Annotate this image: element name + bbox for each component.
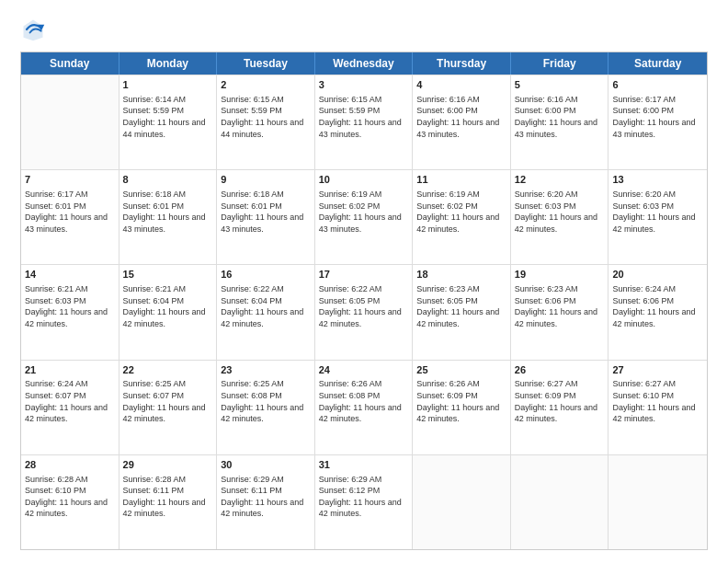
day-number: 20: [612, 268, 703, 282]
calendar-cell: 17Sunrise: 6:22 AMSunset: 6:05 PMDayligh…: [315, 265, 414, 359]
calendar-cell: 30Sunrise: 6:29 AMSunset: 6:11 PMDayligh…: [217, 455, 315, 549]
day-number: 8: [123, 173, 213, 187]
calendar-body: 1Sunrise: 6:14 AMSunset: 5:59 PMDaylight…: [21, 75, 707, 549]
logo-icon: [20, 17, 46, 42]
calendar-cell: 9Sunrise: 6:18 AMSunset: 6:01 PMDaylight…: [217, 170, 315, 264]
day-number: 1: [123, 78, 213, 92]
cell-info: Sunrise: 6:20 AMSunset: 6:03 PMDaylight:…: [612, 189, 703, 235]
day-number: 4: [416, 78, 506, 92]
calendar-cell: 21Sunrise: 6:24 AMSunset: 6:07 PMDayligh…: [21, 361, 119, 454]
calendar-row-4: 28Sunrise: 6:28 AMSunset: 6:10 PMDayligh…: [21, 454, 707, 549]
calendar-cell: 26Sunrise: 6:27 AMSunset: 6:09 PMDayligh…: [511, 361, 609, 454]
cell-info: Sunrise: 6:16 AMSunset: 6:00 PMDaylight:…: [416, 94, 506, 140]
calendar-cell: 19Sunrise: 6:23 AMSunset: 6:06 PMDayligh…: [511, 265, 609, 359]
calendar-cell: 7Sunrise: 6:17 AMSunset: 6:01 PMDaylight…: [21, 170, 119, 264]
calendar-cell: 2Sunrise: 6:15 AMSunset: 5:59 PMDaylight…: [217, 75, 315, 169]
calendar-cell: 18Sunrise: 6:23 AMSunset: 6:05 PMDayligh…: [413, 265, 511, 359]
header: [20, 17, 708, 42]
day-number: 9: [221, 173, 311, 187]
cell-info: Sunrise: 6:27 AMSunset: 6:10 PMDaylight:…: [612, 378, 703, 424]
cell-info: Sunrise: 6:19 AMSunset: 6:02 PMDaylight:…: [416, 189, 506, 235]
logo: [20, 17, 50, 42]
calendar-cell: 25Sunrise: 6:26 AMSunset: 6:09 PMDayligh…: [413, 361, 511, 454]
cell-info: Sunrise: 6:18 AMSunset: 6:01 PMDaylight:…: [221, 189, 311, 235]
cell-info: Sunrise: 6:14 AMSunset: 5:59 PMDaylight:…: [123, 94, 213, 140]
cell-info: Sunrise: 6:22 AMSunset: 6:04 PMDaylight:…: [221, 283, 311, 329]
cell-info: Sunrise: 6:22 AMSunset: 6:05 PMDaylight:…: [319, 283, 409, 329]
header-day-friday: Friday: [511, 52, 609, 75]
calendar-cell: 23Sunrise: 6:25 AMSunset: 6:08 PMDayligh…: [217, 361, 315, 454]
header-day-sunday: Sunday: [21, 52, 119, 75]
header-day-tuesday: Tuesday: [217, 52, 315, 75]
day-number: 2: [221, 78, 311, 92]
cell-info: Sunrise: 6:28 AMSunset: 6:11 PMDaylight:…: [123, 474, 213, 520]
cell-info: Sunrise: 6:25 AMSunset: 6:08 PMDaylight:…: [221, 378, 311, 424]
calendar-cell: 8Sunrise: 6:18 AMSunset: 6:01 PMDaylight…: [119, 170, 218, 264]
day-number: 7: [25, 173, 115, 187]
calendar-cell: 11Sunrise: 6:19 AMSunset: 6:02 PMDayligh…: [413, 170, 511, 264]
cell-info: Sunrise: 6:19 AMSunset: 6:02 PMDaylight:…: [319, 189, 409, 235]
calendar-cell: 22Sunrise: 6:25 AMSunset: 6:07 PMDayligh…: [119, 361, 218, 454]
calendar-cell: 16Sunrise: 6:22 AMSunset: 6:04 PMDayligh…: [217, 265, 315, 359]
day-number: 10: [319, 173, 409, 187]
header-day-monday: Monday: [119, 52, 218, 75]
day-number: 15: [123, 268, 213, 282]
cell-info: Sunrise: 6:27 AMSunset: 6:09 PMDaylight:…: [515, 378, 605, 424]
cell-info: Sunrise: 6:24 AMSunset: 6:07 PMDaylight:…: [25, 378, 115, 424]
cell-info: Sunrise: 6:28 AMSunset: 6:10 PMDaylight:…: [25, 474, 115, 520]
cell-info: Sunrise: 6:17 AMSunset: 6:00 PMDaylight:…: [612, 94, 703, 140]
calendar-cell: [413, 455, 511, 549]
calendar-cell: 31Sunrise: 6:29 AMSunset: 6:12 PMDayligh…: [315, 455, 414, 549]
calendar-cell: 29Sunrise: 6:28 AMSunset: 6:11 PMDayligh…: [119, 455, 218, 549]
cell-info: Sunrise: 6:26 AMSunset: 6:08 PMDaylight:…: [319, 378, 409, 424]
cell-info: Sunrise: 6:29 AMSunset: 6:11 PMDaylight:…: [221, 474, 311, 520]
calendar-cell: 24Sunrise: 6:26 AMSunset: 6:08 PMDayligh…: [315, 361, 414, 454]
cell-info: Sunrise: 6:16 AMSunset: 6:00 PMDaylight:…: [515, 94, 605, 140]
day-number: 12: [515, 173, 605, 187]
cell-info: Sunrise: 6:23 AMSunset: 6:05 PMDaylight:…: [416, 283, 506, 329]
day-number: 30: [221, 458, 311, 472]
cell-info: Sunrise: 6:24 AMSunset: 6:06 PMDaylight:…: [612, 283, 703, 329]
cell-info: Sunrise: 6:18 AMSunset: 6:01 PMDaylight:…: [123, 189, 213, 235]
day-number: 24: [319, 363, 409, 377]
day-number: 16: [221, 268, 311, 282]
cell-info: Sunrise: 6:15 AMSunset: 5:59 PMDaylight:…: [319, 94, 409, 140]
page: SundayMondayTuesdayWednesdayThursdayFrid…: [0, 0, 728, 563]
calendar-cell: 4Sunrise: 6:16 AMSunset: 6:00 PMDaylight…: [413, 75, 511, 169]
day-number: 5: [515, 78, 605, 92]
cell-info: Sunrise: 6:26 AMSunset: 6:09 PMDaylight:…: [416, 378, 506, 424]
day-number: 29: [123, 458, 213, 472]
cell-info: Sunrise: 6:17 AMSunset: 6:01 PMDaylight:…: [25, 189, 115, 235]
calendar: SundayMondayTuesdayWednesdayThursdayFrid…: [20, 52, 708, 550]
day-number: 14: [25, 268, 115, 282]
calendar-row-0: 1Sunrise: 6:14 AMSunset: 5:59 PMDaylight…: [21, 75, 707, 169]
day-number: 19: [515, 268, 605, 282]
calendar-cell: 20Sunrise: 6:24 AMSunset: 6:06 PMDayligh…: [609, 265, 707, 359]
cell-info: Sunrise: 6:15 AMSunset: 5:59 PMDaylight:…: [221, 94, 311, 140]
calendar-cell: 28Sunrise: 6:28 AMSunset: 6:10 PMDayligh…: [21, 455, 119, 549]
calendar-cell: 10Sunrise: 6:19 AMSunset: 6:02 PMDayligh…: [315, 170, 414, 264]
header-day-saturday: Saturday: [609, 52, 707, 75]
day-number: 25: [416, 363, 506, 377]
day-number: 13: [612, 173, 703, 187]
calendar-cell: [609, 455, 707, 549]
calendar-cell: 15Sunrise: 6:21 AMSunset: 6:04 PMDayligh…: [119, 265, 218, 359]
calendar-cell: 27Sunrise: 6:27 AMSunset: 6:10 PMDayligh…: [609, 361, 707, 454]
day-number: 11: [416, 173, 506, 187]
cell-info: Sunrise: 6:23 AMSunset: 6:06 PMDaylight:…: [515, 283, 605, 329]
calendar-cell: 6Sunrise: 6:17 AMSunset: 6:00 PMDaylight…: [609, 75, 707, 169]
calendar-row-2: 14Sunrise: 6:21 AMSunset: 6:03 PMDayligh…: [21, 264, 707, 359]
calendar-cell: 13Sunrise: 6:20 AMSunset: 6:03 PMDayligh…: [609, 170, 707, 264]
day-number: 27: [612, 363, 703, 377]
calendar-row-3: 21Sunrise: 6:24 AMSunset: 6:07 PMDayligh…: [21, 360, 707, 454]
day-number: 21: [25, 363, 115, 377]
calendar-cell: [511, 455, 609, 549]
calendar-cell: [21, 75, 119, 169]
cell-info: Sunrise: 6:20 AMSunset: 6:03 PMDaylight:…: [515, 189, 605, 235]
header-day-wednesday: Wednesday: [315, 52, 414, 75]
day-number: 31: [319, 458, 409, 472]
day-number: 22: [123, 363, 213, 377]
cell-info: Sunrise: 6:21 AMSunset: 6:04 PMDaylight:…: [123, 283, 213, 329]
day-number: 26: [515, 363, 605, 377]
calendar-cell: 3Sunrise: 6:15 AMSunset: 5:59 PMDaylight…: [315, 75, 414, 169]
